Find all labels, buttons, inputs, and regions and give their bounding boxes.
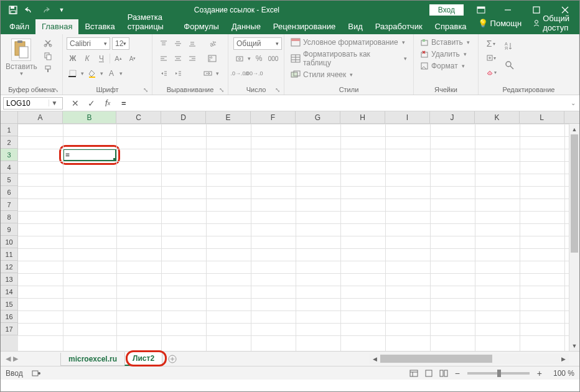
fill-color-button[interactable]	[86, 67, 98, 80]
border-button[interactable]	[67, 67, 79, 80]
align-left-button[interactable]	[157, 52, 170, 65]
row-header-3[interactable]: 3	[1, 149, 18, 161]
font-size-combo[interactable]: 12▾	[112, 37, 129, 50]
tab-home[interactable]: Главная	[35, 19, 78, 34]
page-break-view-button[interactable]	[436, 368, 451, 379]
select-all-corner[interactable]	[1, 111, 18, 123]
row-header-7[interactable]: 7	[1, 198, 18, 211]
italic-button[interactable]: К	[81, 52, 93, 65]
row-header-14[interactable]: 14	[1, 286, 18, 298]
sheet-nav-next[interactable]: ▶	[13, 355, 18, 363]
page-layout-view-button[interactable]	[421, 368, 436, 379]
tab-file[interactable]: Файл	[3, 19, 35, 34]
column-header-D[interactable]: D	[161, 111, 206, 123]
fill-button[interactable]: ▾	[485, 52, 497, 64]
row-header-12[interactable]: 12	[1, 261, 18, 273]
format-as-table-button[interactable]: Форматировать как таблицу▾	[291, 49, 407, 68]
bold-button[interactable]: Ж	[67, 52, 79, 65]
save-button[interactable]	[6, 2, 21, 17]
alignment-launcher[interactable]: ⤡	[219, 86, 224, 93]
formula-input[interactable]	[118, 98, 567, 108]
decrease-font-button[interactable]: A▾	[126, 52, 139, 65]
tab-insert[interactable]: Вставка	[78, 19, 121, 34]
row-header-5[interactable]: 5	[1, 174, 18, 186]
scroll-down-button[interactable]: ▼	[569, 340, 579, 351]
row-header-15[interactable]: 15	[1, 298, 18, 310]
font-name-combo[interactable]: Calibri▾	[67, 37, 110, 50]
find-select-button[interactable]	[501, 57, 518, 74]
tab-view[interactable]: Вид	[342, 19, 369, 34]
horizontal-scrollbar[interactable]: ◀ ▶	[370, 353, 569, 364]
zoom-in-button[interactable]: +	[537, 368, 542, 378]
increase-decimal-button[interactable]: .0→.00	[233, 67, 246, 80]
font-color-button[interactable]: A	[105, 67, 118, 80]
sheet-tab-2[interactable]: Лист2	[124, 352, 162, 366]
scroll-right-button[interactable]: ▶	[558, 353, 569, 364]
active-cell-B3[interactable]: =	[63, 149, 116, 161]
add-sheet-button[interactable]	[166, 352, 179, 366]
tell-me-search[interactable]: 💡 Помощн	[473, 17, 527, 30]
cell-styles-button[interactable]: Стили ячеек▾	[291, 70, 407, 80]
column-header-G[interactable]: G	[296, 111, 340, 123]
decrease-decimal-button[interactable]: .00→.0	[248, 67, 260, 80]
row-header-13[interactable]: 13	[1, 273, 18, 286]
paste-button[interactable]: Вставить ▼	[3, 36, 40, 77]
autosum-button[interactable]: Σ▾	[485, 37, 497, 50]
align-center-button[interactable]	[172, 52, 184, 65]
format-painter-button[interactable]	[41, 63, 55, 75]
sheet-nav-prev[interactable]: ◀	[6, 355, 11, 363]
column-header-J[interactable]: J	[430, 111, 475, 123]
normal-view-button[interactable]	[406, 368, 421, 379]
column-header-E[interactable]: E	[206, 111, 251, 123]
name-box[interactable]: ▼	[3, 97, 63, 110]
increase-font-button[interactable]: A▴	[112, 52, 124, 65]
column-header-I[interactable]: I	[385, 111, 430, 123]
insert-function-button[interactable]: fx	[100, 97, 115, 110]
column-header-L[interactable]: L	[520, 111, 564, 123]
format-cells-button[interactable]: Формат▾	[420, 61, 470, 71]
column-header-A[interactable]: A	[18, 111, 63, 123]
scroll-up-button[interactable]: ▲	[569, 124, 579, 134]
sheet-tab-1[interactable]: microexcel.ru	[60, 353, 125, 366]
column-header-K[interactable]: K	[475, 111, 520, 123]
tab-help[interactable]: Справка	[429, 19, 473, 34]
number-launcher[interactable]: ⤡	[275, 86, 280, 93]
row-header-16[interactable]: 16	[1, 310, 18, 323]
name-box-dropdown[interactable]: ▼	[49, 100, 60, 106]
macro-record-icon[interactable]	[32, 369, 40, 378]
align-top-button[interactable]	[157, 37, 170, 50]
row-header-17[interactable]: 17	[1, 323, 18, 335]
decrease-indent-button[interactable]	[157, 67, 170, 80]
zoom-thumb[interactable]	[497, 370, 501, 377]
copy-button[interactable]	[41, 50, 55, 62]
clear-button[interactable]: ▾	[485, 66, 497, 78]
font-launcher[interactable]: ⤡	[143, 86, 148, 93]
column-header-C[interactable]: C	[116, 111, 161, 123]
wrap-text-button[interactable]: abc	[206, 52, 218, 65]
tab-formulas[interactable]: Формулы	[177, 19, 225, 34]
increase-indent-button[interactable]	[172, 67, 184, 80]
percent-button[interactable]: %	[253, 52, 265, 65]
orientation-button[interactable]: ab	[206, 37, 218, 50]
clipboard-launcher[interactable]: ⤡	[54, 86, 58, 93]
column-header-B[interactable]: B	[63, 111, 116, 123]
tab-review[interactable]: Рецензирование	[267, 19, 342, 34]
row-header-8[interactable]: 8	[1, 211, 18, 223]
row-header-11[interactable]: 11	[1, 248, 18, 261]
hscroll-thumb[interactable]	[380, 355, 492, 363]
login-button[interactable]: Вход	[429, 4, 464, 16]
row-header-1[interactable]: 1	[1, 124, 18, 136]
conditional-formatting-button[interactable]: Условное форматирование▾	[291, 37, 407, 47]
row-header-10[interactable]: 10	[1, 236, 18, 248]
zoom-level[interactable]: 100 %	[546, 369, 574, 378]
cut-button[interactable]	[41, 37, 55, 49]
row-header-4[interactable]: 4	[1, 161, 18, 174]
enter-formula-button[interactable]: ✓	[84, 97, 99, 110]
number-format-combo[interactable]: Общий▾	[233, 37, 282, 50]
tab-data[interactable]: Данные	[225, 19, 267, 34]
currency-button[interactable]	[233, 52, 246, 65]
tab-developer[interactable]: Разработчик	[369, 19, 429, 34]
cancel-formula-button[interactable]: ✕	[68, 97, 83, 110]
vertical-scrollbar[interactable]: ▲ ▼	[569, 124, 579, 351]
zoom-out-button[interactable]: −	[455, 368, 460, 378]
